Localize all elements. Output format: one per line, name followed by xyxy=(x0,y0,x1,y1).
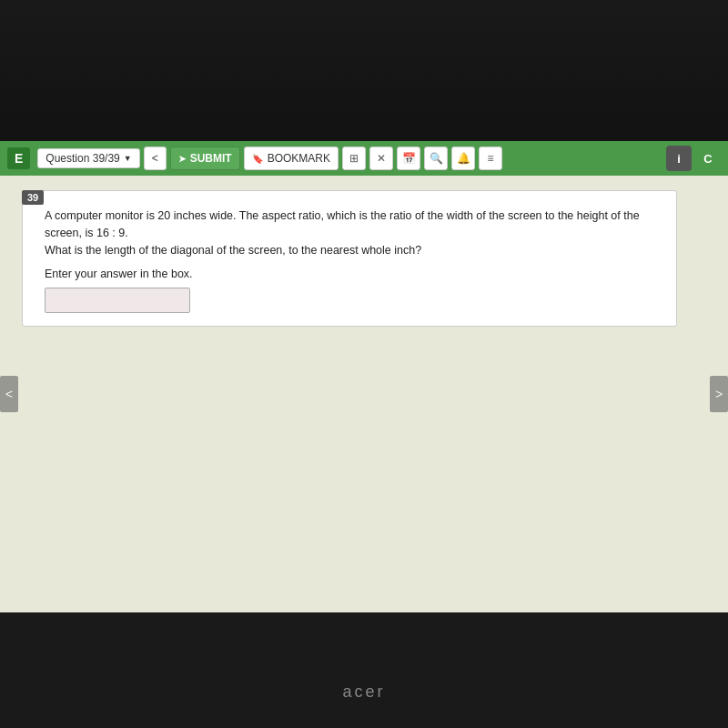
brand-logo: E xyxy=(7,147,30,169)
alert-icon: 🔔 xyxy=(457,152,470,165)
x-icon: ✕ xyxy=(377,152,386,165)
laptop-bottom-bezel: acer xyxy=(0,612,728,728)
question-counter-text: Question 39/39 xyxy=(46,152,119,165)
laptop-top-bezel xyxy=(0,0,728,141)
alert-icon-button[interactable]: 🔔 xyxy=(451,147,475,170)
calendar-icon: 📅 xyxy=(402,152,416,165)
back-button[interactable]: < xyxy=(144,147,167,170)
question-subtext: What is the length of the diagonal of th… xyxy=(37,242,662,259)
submit-button[interactable]: ➤ SUBMIT xyxy=(170,147,240,170)
toolbar: E Question 39/39 ▼ < ➤ SUBMIT 🔖 BOOKMARK… xyxy=(0,141,728,176)
refresh-button[interactable]: C xyxy=(695,146,721,171)
answer-input[interactable] xyxy=(45,288,190,313)
right-chevron-icon: > xyxy=(715,387,723,401)
left-chevron-icon: < xyxy=(5,387,13,401)
question-counter: Question 39/39 ▼ xyxy=(37,148,139,168)
x-button[interactable]: ✕ xyxy=(369,147,393,170)
menu-icon: ≡ xyxy=(488,152,494,165)
grid-icon-button[interactable]: ⊞ xyxy=(342,147,366,170)
question-text: A computer monitor is 20 inches wide. Th… xyxy=(37,207,662,242)
info-icon: i xyxy=(677,152,681,166)
nav-right-arrow[interactable]: > xyxy=(710,376,728,412)
back-arrow-icon: < xyxy=(152,152,158,165)
grid-icon: ⊞ xyxy=(349,152,359,165)
info-button[interactable]: i xyxy=(666,146,692,171)
search-icon-button[interactable]: 🔍 xyxy=(424,147,448,170)
nav-left-arrow[interactable]: < xyxy=(0,376,18,412)
content-area: < 39 A computer monitor is 20 inches wid… xyxy=(0,176,728,612)
bookmark-icon: 🔖 xyxy=(252,154,263,164)
laptop-brand: acer xyxy=(342,682,385,702)
bookmark-button[interactable]: 🔖 BOOKMARK xyxy=(244,147,339,170)
answer-prompt: Enter your answer in the box. xyxy=(37,268,662,280)
question-card: 39 A computer monitor is 20 inches wide.… xyxy=(22,190,677,327)
submit-label: SUBMIT xyxy=(190,152,232,165)
bookmark-label: BOOKMARK xyxy=(268,152,330,165)
search-icon: 🔍 xyxy=(430,152,443,165)
calendar-icon-button[interactable]: 📅 xyxy=(397,147,420,170)
question-number-badge: 39 xyxy=(22,190,44,205)
refresh-icon: C xyxy=(703,152,712,166)
submit-arrow-icon: ➤ xyxy=(178,154,186,164)
question-dropdown-icon[interactable]: ▼ xyxy=(124,154,132,163)
menu-icon-button[interactable]: ≡ xyxy=(479,147,502,170)
